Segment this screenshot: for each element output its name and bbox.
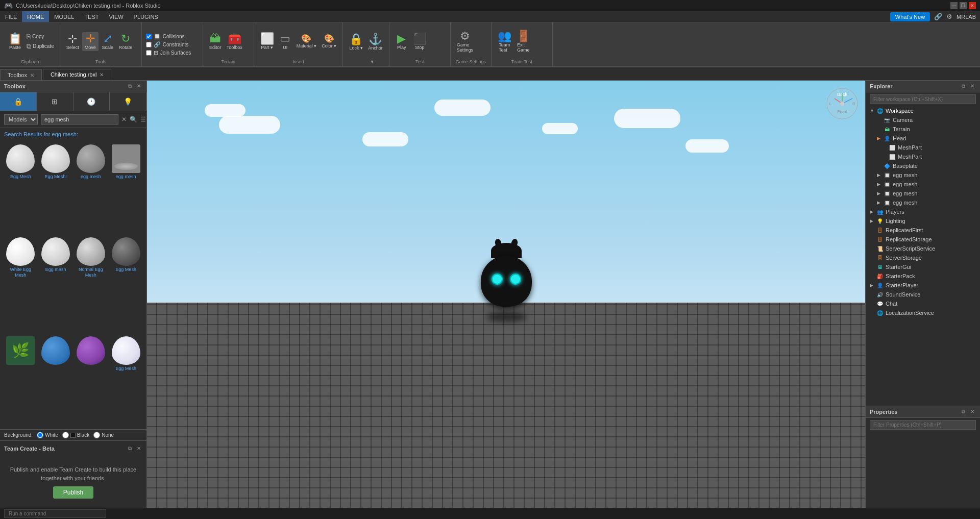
toolbox-tab-clock[interactable]: 🕐 [74,92,110,111]
tree-item-egg3[interactable]: ▶ 🔲 egg mesh [866,189,980,198]
properties-filter-input[interactable] [870,420,976,430]
constraints-check[interactable]: 🔗 Constraints [146,41,191,48]
tree-item-camera[interactable]: 📷 Camera [866,115,980,125]
bg-none-radio[interactable] [93,432,100,438]
asset-item-7[interactable]: Egg Mesh [109,235,142,332]
join-surfaces-check[interactable]: ⊞ Join Surfaces [146,50,191,56]
tree-item-replicated-first[interactable]: 🗄 ReplicatedFirst [866,226,980,235]
tree-item-meshpart-2[interactable]: ⬜ MeshPart [866,152,980,161]
scale-button[interactable]: ⤢ Scale [100,32,116,51]
explorer-filter-input[interactable] [870,94,976,104]
tree-item-starter-gui[interactable]: 🖥 StarterGui [866,262,980,271]
asset-item-6[interactable]: Normal Egg Mesh [75,235,108,332]
model-select[interactable]: Models [4,114,38,125]
rotate-button[interactable]: ↻ Rotate [117,32,135,51]
bg-white-radio[interactable] [37,432,43,438]
select-button[interactable]: ⊹ Select [64,32,81,51]
tree-item-server-script-service[interactable]: 📜 ServerScriptService [866,244,980,253]
bg-none-option[interactable]: None [93,432,114,438]
collisions-checkbox[interactable] [146,34,152,39]
close-button[interactable]: ✕ [969,2,976,9]
menu-model[interactable]: MODEL [49,11,79,22]
toolbox-tab-light[interactable]: 💡 [110,92,146,111]
menu-file[interactable]: FILE [0,11,22,22]
explorer-close[interactable]: ✕ [969,83,976,90]
titlebar-controls[interactable]: — ❐ ✕ [950,2,976,9]
lock-button[interactable]: 🔒 Lock ▾ [347,33,365,52]
publish-button[interactable]: Publish [53,486,93,499]
explorer-popout[interactable]: ⧉ [960,83,967,90]
copy-button[interactable]: ⎘ Copy [25,32,56,41]
terrain-editor-button[interactable]: 🏔 Editor [207,32,224,51]
bg-white-option[interactable]: White [37,432,58,438]
whats-new-button[interactable]: What's New [890,12,930,21]
tab-chiken[interactable]: Chiken testing.rbxl ✕ [43,69,112,80]
play-button[interactable]: ▶ Play [394,32,410,51]
tree-item-server-storage[interactable]: 🗄 ServerStorage [866,253,980,262]
tree-item-head[interactable]: ▶ 👤 Head [866,134,980,143]
asset-item-9[interactable] [39,334,72,425]
asset-item-10[interactable] [75,334,108,425]
stop-button[interactable]: ⬛ Stop [411,32,429,51]
constraints-checkbox[interactable] [146,42,152,47]
search-button[interactable]: 🔍 [130,116,137,123]
tree-item-replicated-storage[interactable]: 🗄 ReplicatedStorage [866,235,980,244]
tree-item-egg1[interactable]: ▶ 🔲 egg mesh [866,170,980,180]
toolbox-popout-button[interactable]: ⧉ [127,83,133,90]
asset-item-5[interactable]: Egg mesh [39,235,72,332]
ui-button[interactable]: ▭ UI [277,32,293,51]
tree-item-sound-service[interactable]: 🔊 SoundService [866,290,980,299]
part-button[interactable]: ⬜ Part ▾ [258,32,276,51]
tab-toolbox-close[interactable]: ✕ [30,72,34,78]
tab-toolbox[interactable]: Toolbox ✕ [0,69,42,80]
search-input[interactable] [41,114,118,125]
asset-item-4[interactable]: White Egg Mesh [4,235,37,332]
asset-item-0[interactable]: Egg Mesh [4,142,37,233]
asset-item-3[interactable]: egg mesh [109,142,142,233]
properties-close[interactable]: ✕ [969,408,976,415]
menu-plugins[interactable]: PLUGINS [129,11,163,22]
search-clear-button[interactable]: ✕ [121,116,127,123]
color-button[interactable]: 🎨 Color ▾ [320,34,338,50]
tree-item-chat[interactable]: 💬 Chat [866,299,980,308]
paste-button[interactable]: 📋 Paste [6,32,24,51]
menu-view[interactable]: VIEW [104,11,128,22]
move-button[interactable]: ✛ Move [82,32,99,51]
toolbox-tab-lock[interactable]: 🔒 [0,92,37,111]
tree-item-workspace[interactable]: ▼ 🌐 Workspace [866,106,980,115]
team-create-popout[interactable]: ⧉ [127,445,133,452]
bg-black-radio[interactable] [62,432,69,438]
asset-item-8[interactable]: 🌿 [4,334,37,425]
join-surfaces-checkbox[interactable] [146,50,152,56]
menu-test[interactable]: TEST [79,11,104,22]
anchor-button[interactable]: ⚓ Anchor [366,33,385,52]
minimize-button[interactable]: — [950,2,958,9]
tree-item-meshpart-1[interactable]: ⬜ MeshPart [866,143,980,152]
tree-item-egg2[interactable]: ▶ 🔲 egg mesh [866,180,980,189]
tree-item-starter-pack[interactable]: 🎒 StarterPack [866,271,980,281]
material-button[interactable]: 🎨 Material ▾ [295,34,319,50]
tree-item-players[interactable]: ▶ 👥 Players [866,207,980,216]
switch-expand-btn[interactable]: ▼ [347,59,375,64]
duplicate-button[interactable]: ⧉ Duplicate [25,42,56,51]
toolbox-close-button[interactable]: ✕ [135,83,142,90]
game-settings-button[interactable]: ⚙ Game Settings [455,30,476,54]
tree-item-lighting[interactable]: ▶ 💡 Lighting [866,216,980,226]
viewport[interactable]: Back Front L R [147,81,865,508]
asset-item-2[interactable]: egg mesh [75,142,108,233]
team-test-button[interactable]: 👥 Team Test [496,30,513,54]
tree-item-starter-player[interactable]: ▶ 👤 StarterPlayer [866,281,980,290]
tab-chiken-close[interactable]: ✕ [100,72,104,78]
asset-item-11[interactable]: Egg Mesh [109,334,142,425]
search-filter-button[interactable]: ☰ [140,116,146,123]
asset-item-1[interactable]: Egg Mesh! [39,142,72,233]
command-input[interactable] [4,509,106,518]
properties-popout[interactable]: ⧉ [960,408,967,415]
collisions-check[interactable]: 🔲 Collisions [146,33,191,40]
tree-item-terrain[interactable]: 🏔 Terrain [866,125,980,134]
bg-black-option[interactable]: Black [62,432,89,438]
toolbox-tab-grid[interactable]: ⊞ [37,92,74,111]
menu-home[interactable]: HOME [22,11,49,22]
team-create-close[interactable]: ✕ [135,445,142,452]
tree-item-baseplate[interactable]: 🔷 Baseplate [866,161,980,170]
